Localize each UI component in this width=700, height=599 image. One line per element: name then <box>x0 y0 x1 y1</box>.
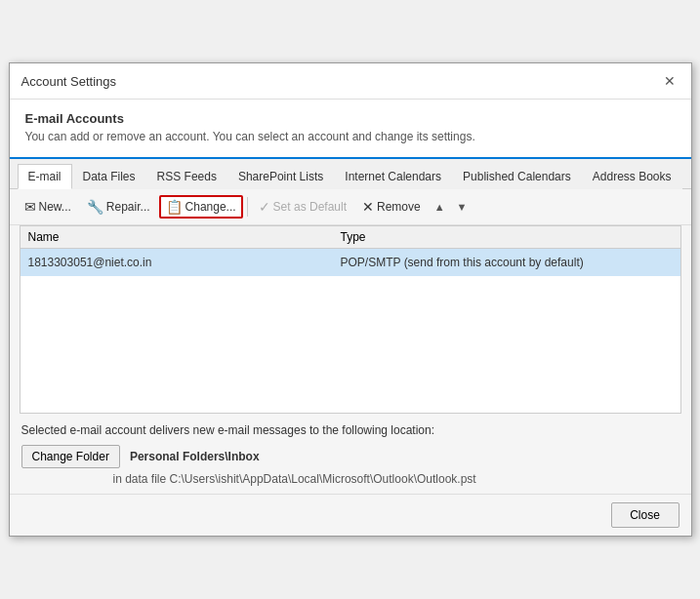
repair-button[interactable]: 🔧 Repair... <box>80 195 157 219</box>
tab-data-files[interactable]: Data Files <box>72 164 146 189</box>
tab-email[interactable]: E-mail <box>18 164 72 189</box>
header-section: E-mail Accounts You can add or remove an… <box>10 100 691 159</box>
remove-label: Remove <box>377 200 421 214</box>
remove-button[interactable]: ✕ Remove <box>355 195 428 219</box>
footer: Close <box>10 494 691 536</box>
tab-bar: E-mail Data Files RSS Feeds SharePoint L… <box>10 159 691 189</box>
toolbar-separator-1 <box>247 197 248 217</box>
new-icon: ✉ <box>24 199 36 215</box>
tab-published-calendars[interactable]: Published Calendars <box>452 164 582 189</box>
change-icon: 📋 <box>166 199 183 215</box>
title-bar: Account Settings ✕ <box>10 63 691 100</box>
repair-label: Repair... <box>106 200 150 214</box>
set-default-label: Set as Default <box>273 200 347 214</box>
new-label: New... <box>39 200 71 214</box>
change-button[interactable]: 📋 Change... <box>159 195 243 219</box>
folder-name: Personal Folders\Inbox <box>130 450 260 463</box>
delivers-text: Selected e-mail account delivers new e-m… <box>21 423 679 437</box>
repair-icon: 🔧 <box>87 199 103 215</box>
col-name-header: Name <box>28 230 341 244</box>
header-title: E-mail Accounts <box>25 111 676 126</box>
remove-icon: ✕ <box>362 199 374 215</box>
tab-internet-calendars[interactable]: Internet Calendars <box>334 164 452 189</box>
account-type: POP/SMTP (send from this account by defa… <box>341 256 673 269</box>
col-type-header: Type <box>341 230 673 244</box>
tab-rss-feeds[interactable]: RSS Feeds <box>146 164 227 189</box>
change-folder-button[interactable]: Change Folder <box>21 445 120 468</box>
data-file-path: in data file C:\Users\ishit\AppData\Loca… <box>113 472 679 486</box>
bottom-section: Selected e-mail account delivers new e-m… <box>10 414 691 494</box>
change-folder-row: Change Folder Personal Folders\Inbox <box>21 445 679 468</box>
move-up-button[interactable]: ▲ <box>430 198 450 216</box>
dialog-title: Account Settings <box>21 74 117 89</box>
account-list-header: Name Type <box>21 226 680 249</box>
account-name: 1813303051@niet.co.in <box>28 256 341 269</box>
email-toolbar: ✉ New... 🔧 Repair... 📋 Change... ✓ Set a… <box>10 189 691 225</box>
close-dialog-button[interactable]: Close <box>611 502 679 528</box>
account-row[interactable]: 1813303051@niet.co.in POP/SMTP (send fro… <box>21 249 680 276</box>
set-default-icon: ✓ <box>259 199 270 215</box>
tab-address-books[interactable]: Address Books <box>582 164 682 189</box>
account-list: Name Type 1813303051@niet.co.in POP/SMTP… <box>20 225 681 414</box>
content-area: E-mail Data Files RSS Feeds SharePoint L… <box>10 159 691 494</box>
change-label: Change... <box>185 200 236 214</box>
new-button[interactable]: ✉ New... <box>18 195 78 219</box>
window-close-button[interactable]: ✕ <box>660 71 679 91</box>
header-description: You can add or remove an account. You ca… <box>25 130 676 143</box>
account-list-empty <box>21 276 680 413</box>
move-down-button[interactable]: ▼ <box>452 198 473 216</box>
account-settings-dialog: Account Settings ✕ E-mail Accounts You c… <box>9 62 692 537</box>
tab-sharepoint[interactable]: SharePoint Lists <box>227 164 334 189</box>
set-default-button[interactable]: ✓ Set as Default <box>252 195 353 219</box>
